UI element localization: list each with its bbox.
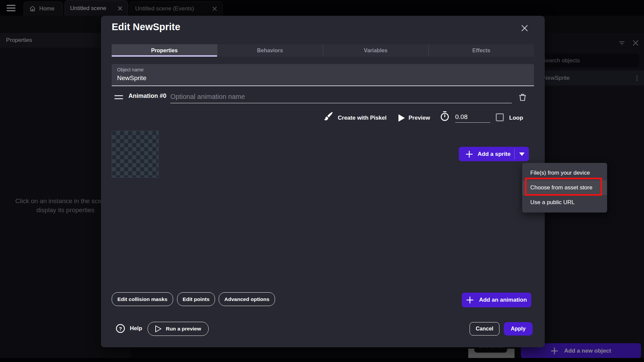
object-name-field[interactable]: Object name	[112, 64, 534, 86]
tab-variables[interactable]: Variables	[323, 44, 429, 57]
gdevelop-editor: Home Untitled scene Untitled scene (Even…	[0, 0, 644, 362]
brush-icon	[323, 111, 333, 121]
add-animation-button[interactable]: Add an animation	[462, 293, 531, 307]
stopwatch-icon	[439, 111, 450, 121]
preview-button[interactable]: Preview	[409, 115, 430, 121]
apply-button[interactable]: Apply	[504, 322, 533, 336]
play-outline-icon	[155, 325, 162, 333]
empty-sprite-thumbnail[interactable]	[112, 131, 159, 178]
run-preview-label: Run a preview	[166, 326, 201, 332]
play-icon	[398, 114, 405, 122]
plus-icon	[466, 150, 473, 158]
create-with-piskel-button[interactable]: Create with Piskel	[338, 115, 387, 121]
plus-icon	[466, 296, 474, 304]
chevron-down-icon[interactable]	[515, 153, 529, 156]
loop-checkbox[interactable]	[496, 113, 504, 121]
tab-properties[interactable]: Properties	[112, 44, 217, 57]
run-preview-button[interactable]: Run a preview	[148, 322, 209, 336]
svg-text:?: ?	[119, 326, 122, 331]
dialog-tab-bar: Properties Behaviors Variables Effects	[112, 44, 534, 57]
time-between-frames-input[interactable]	[455, 112, 490, 123]
annotation-highlight-box	[525, 178, 602, 196]
drag-handle-icon[interactable]	[114, 95, 123, 99]
add-sprite-label: Add a sprite	[478, 151, 511, 158]
menu-item-use-public-url[interactable]: Use a public URL	[522, 195, 607, 210]
object-name-input[interactable]	[117, 74, 529, 82]
add-animation-label: Add an animation	[479, 297, 527, 303]
edit-points-button[interactable]: Edit points	[177, 292, 215, 306]
advanced-options-button[interactable]: Advanced options	[219, 292, 275, 306]
tab-effects[interactable]: Effects	[429, 44, 534, 57]
loop-label: Loop	[509, 115, 523, 121]
help-button[interactable]: ? Help	[116, 324, 142, 333]
delete-animation-icon[interactable]	[518, 93, 527, 102]
dialog-close-icon[interactable]	[521, 24, 529, 32]
tab-behaviors[interactable]: Behaviors	[217, 44, 323, 57]
object-name-label: Object name	[117, 67, 529, 72]
cancel-button[interactable]: Cancel	[470, 322, 499, 336]
question-circle-icon: ?	[116, 324, 125, 333]
help-label: Help	[130, 325, 142, 332]
dialog-title: Edit NewSprite	[112, 21, 180, 33]
animation-label: Animation #0	[128, 93, 166, 100]
edit-collision-masks-button[interactable]: Edit collision masks	[112, 292, 173, 306]
add-sprite-button[interactable]: Add a sprite	[459, 147, 529, 161]
add-sprite-main[interactable]: Add a sprite	[459, 150, 514, 158]
animation-name-input[interactable]	[170, 90, 512, 103]
